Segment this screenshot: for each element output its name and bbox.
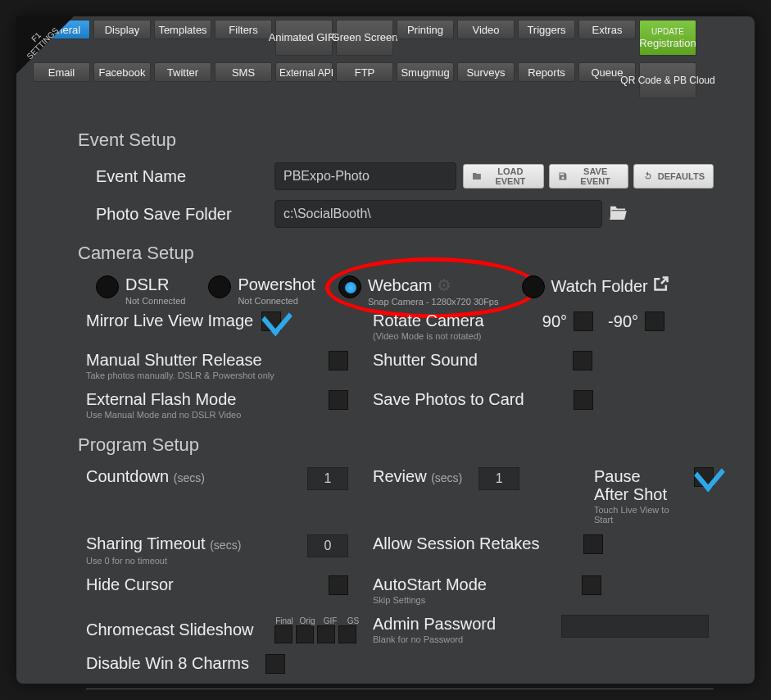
tab-ftp[interactable]: FTP bbox=[336, 62, 393, 82]
program-setup-title: Program Setup bbox=[78, 434, 714, 456]
photo-folder-input[interactable] bbox=[274, 200, 602, 228]
camera-watch-folder-option[interactable]: Watch Folder bbox=[522, 275, 669, 307]
radio-icon bbox=[522, 275, 545, 298]
separator bbox=[86, 689, 714, 689]
rotate-label: Rotate Camera bbox=[373, 311, 484, 330]
radio-icon bbox=[338, 275, 361, 298]
radio-icon bbox=[208, 275, 231, 298]
countdown-label: Countdown (secs) bbox=[86, 467, 205, 487]
autostart-label: AutoStart Mode bbox=[373, 575, 487, 593]
tab-animated-gifs[interactable]: Animated GIFs bbox=[275, 20, 333, 56]
cc-orig-checkbox[interactable] bbox=[296, 625, 314, 643]
save-icon bbox=[558, 170, 568, 182]
camera-setup-title: Camera Setup bbox=[78, 243, 714, 264]
tab-filters[interactable]: Filters bbox=[215, 20, 272, 39]
tab-sms[interactable]: SMS bbox=[215, 62, 272, 82]
camera-dslr-option[interactable]: DSLRNot Connected bbox=[96, 275, 185, 307]
autostart-checkbox[interactable] bbox=[582, 575, 601, 595]
retakes-checkbox[interactable] bbox=[583, 534, 603, 554]
shutter-sound-checkbox[interactable] bbox=[573, 351, 592, 370]
manual-shutter-label: Manual Shutter Release bbox=[86, 351, 262, 369]
review-label: Review (secs) bbox=[373, 467, 462, 487]
gear-icon[interactable]: ⚙ bbox=[437, 276, 451, 294]
cc-gif-checkbox[interactable] bbox=[317, 625, 335, 643]
hide-cursor-checkbox[interactable] bbox=[329, 575, 348, 595]
radio-icon bbox=[96, 275, 119, 298]
sharing-input[interactable] bbox=[307, 534, 348, 557]
tab-printing[interactable]: Printing bbox=[397, 20, 454, 39]
external-link-icon[interactable] bbox=[653, 279, 669, 295]
review-input[interactable] bbox=[478, 467, 519, 490]
rotate-90-checkbox[interactable] bbox=[574, 311, 593, 331]
tab-qr-pbcloud[interactable]: QR Code & PB Cloud bbox=[639, 62, 696, 98]
tab-triggers[interactable]: Triggers bbox=[518, 20, 575, 39]
flash-label: External Flash Mode bbox=[86, 390, 236, 408]
tab-facebook[interactable]: Facebook bbox=[93, 62, 151, 82]
photo-folder-label: Photo Save Folder bbox=[86, 205, 274, 224]
win8-label: Disable Win 8 Charms bbox=[86, 654, 249, 672]
countdown-input[interactable] bbox=[307, 467, 348, 490]
camera-powershot-option[interactable]: PowershotNot Connected bbox=[208, 275, 315, 307]
event-name-input[interactable] bbox=[274, 162, 456, 190]
event-name-label: Event Name bbox=[86, 167, 274, 186]
chromecast-label: Chromecast Slideshow bbox=[86, 620, 254, 639]
camera-webcam-option[interactable]: Webcam⚙Snap Camera - 1280x720 30Fps bbox=[338, 275, 499, 307]
tab-bar: General Display Templates Filters Animat… bbox=[16, 16, 755, 98]
win8-checkbox[interactable] bbox=[265, 654, 285, 674]
defaults-button[interactable]: DEFAULTS bbox=[633, 164, 714, 189]
tab-green-screen[interactable]: Green Screen bbox=[336, 20, 393, 56]
cc-gs-checkbox[interactable] bbox=[338, 625, 356, 643]
hide-cursor-label: Hide Cursor bbox=[86, 575, 174, 593]
folder-icon bbox=[472, 170, 482, 182]
pause-checkbox[interactable] bbox=[694, 467, 714, 487]
tab-reports[interactable]: Reports bbox=[518, 62, 575, 82]
tab-external-api[interactable]: External API bbox=[275, 62, 333, 82]
tab-twitter[interactable]: Twitter bbox=[154, 62, 211, 82]
tab-surveys[interactable]: Surveys bbox=[457, 62, 515, 82]
sharing-label: Sharing Timeout (secs) bbox=[86, 534, 241, 552]
flash-checkbox[interactable] bbox=[329, 390, 348, 410]
admin-pw-label: Admin Password bbox=[373, 615, 496, 633]
load-event-button[interactable]: LOAD EVENT bbox=[463, 164, 544, 189]
rotate-minus90-checkbox[interactable] bbox=[645, 311, 664, 331]
tab-update-registration[interactable]: UPDATERegistration bbox=[639, 20, 696, 56]
save-card-label: Save Photos to Card bbox=[373, 390, 524, 408]
save-card-checkbox[interactable] bbox=[574, 390, 593, 410]
pause-label: Pause After Shot bbox=[594, 467, 667, 503]
tab-video[interactable]: Video bbox=[457, 20, 515, 39]
tab-extras[interactable]: Extras bbox=[578, 20, 636, 39]
mirror-label: Mirror Live View Image bbox=[86, 311, 253, 330]
event-setup-title: Event Setup bbox=[78, 130, 714, 151]
refresh-icon bbox=[642, 170, 654, 182]
shutter-sound-label: Shutter Sound bbox=[373, 351, 478, 369]
admin-pw-input[interactable] bbox=[561, 615, 709, 638]
save-event-button[interactable]: SAVE EVENT bbox=[549, 164, 628, 189]
retakes-label: Allow Session Retakes bbox=[373, 534, 539, 552]
manual-shutter-checkbox[interactable] bbox=[329, 351, 348, 370]
folder-open-icon[interactable] bbox=[609, 205, 627, 224]
tab-display[interactable]: Display bbox=[93, 20, 151, 39]
mirror-checkbox[interactable] bbox=[261, 311, 281, 331]
tab-smugmug[interactable]: Smugmug bbox=[397, 62, 454, 82]
tab-templates[interactable]: Templates bbox=[154, 20, 211, 39]
cc-final-checkbox[interactable] bbox=[274, 625, 293, 643]
